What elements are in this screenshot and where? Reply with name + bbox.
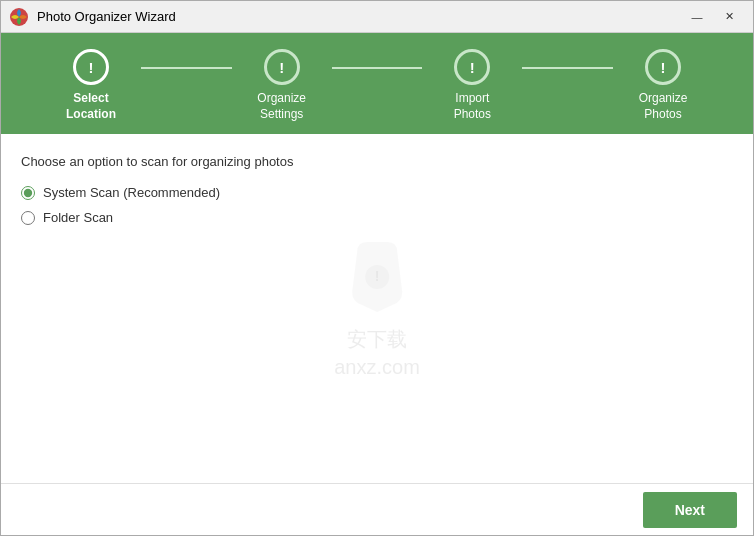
step-select-location: ! SelectLocation [41,49,141,122]
svg-text:!: ! [375,268,380,284]
watermark-icon: ! [337,237,417,317]
step-import-photos: ! ImportPhotos [422,49,522,122]
system-scan-option[interactable]: System Scan (Recommended) [21,185,733,200]
step-circle-3: ! [454,49,490,85]
app-window: Photo Organizer Wizard — ✕ ! SelectLocat… [0,0,754,536]
step-label-1: SelectLocation [66,91,116,122]
connector-3 [522,67,613,69]
step-organize-photos: ! OrganizePhotos [613,49,713,122]
step-label-2: OrganizeSettings [257,91,306,122]
connector-2 [332,67,423,69]
step-label-3: ImportPhotos [454,91,491,122]
system-scan-label: System Scan (Recommended) [43,185,220,200]
step-circle-4: ! [645,49,681,85]
system-scan-radio[interactable] [21,186,35,200]
folder-scan-label: Folder Scan [43,210,113,225]
step-organize-settings: ! OrganizeSettings [232,49,332,122]
step-circle-1: ! [73,49,109,85]
folder-scan-radio[interactable] [21,211,35,225]
close-button[interactable]: ✕ [713,7,745,27]
folder-scan-option[interactable]: Folder Scan [21,210,733,225]
content-instruction: Choose an option to scan for organizing … [21,154,733,169]
window-controls: — ✕ [681,7,745,27]
step-circle-2: ! [264,49,300,85]
wizard-header: ! SelectLocation ! OrganizeSettings ! Im… [1,33,753,134]
footer: Next [1,483,753,535]
watermark: ! 安下载anxz.com [334,237,420,381]
connector-1 [141,67,232,69]
app-icon [9,7,29,27]
watermark-text: 安下载anxz.com [334,325,420,381]
svg-point-1 [365,265,389,289]
title-bar: Photo Organizer Wizard — ✕ [1,1,753,33]
window-title: Photo Organizer Wizard [37,9,681,24]
scan-options: System Scan (Recommended) Folder Scan [21,185,733,225]
step-label-4: OrganizePhotos [639,91,688,122]
next-button[interactable]: Next [643,492,737,528]
content-area: Choose an option to scan for organizing … [1,134,753,483]
steps-container: ! SelectLocation ! OrganizeSettings ! Im… [1,49,753,122]
minimize-button[interactable]: — [681,7,713,27]
